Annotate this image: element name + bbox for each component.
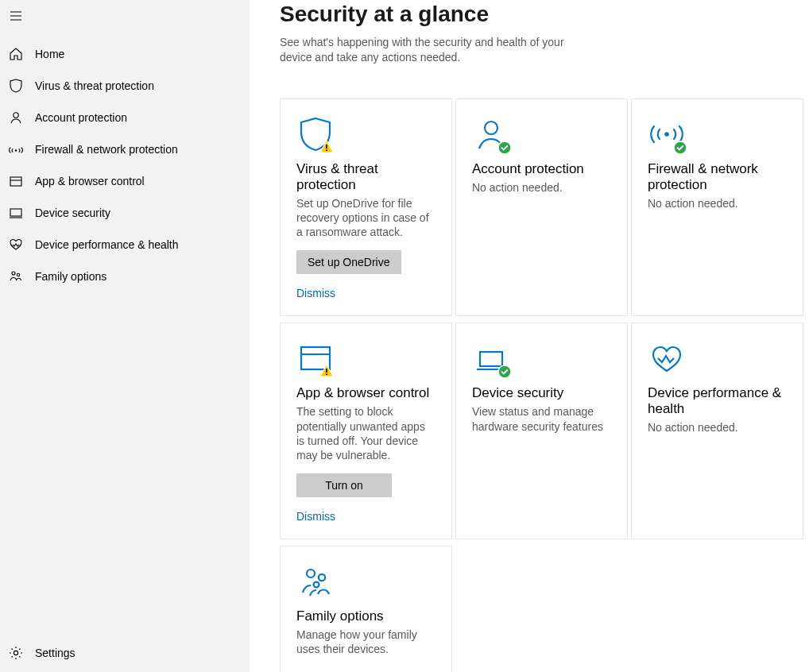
browser-icon: [6, 173, 25, 189]
family-icon: [296, 562, 335, 601]
device-icon: [6, 205, 25, 221]
sidebar-item-label: Firewall & network protection: [35, 143, 178, 156]
hamburger-menu-button[interactable]: [0, 3, 32, 29]
card-firewall[interactable]: Firewall & network protection No action …: [631, 98, 803, 317]
card-title: Virus & threat protection: [296, 161, 435, 193]
card-description: The setting to block potentially unwante…: [296, 404, 435, 462]
card-device-performance[interactable]: Device performance & health No action ne…: [631, 322, 803, 539]
person-icon: [472, 115, 510, 153]
card-account-protection[interactable]: Account protection No action needed.: [455, 98, 628, 317]
sidebar-item-label: Account protection: [35, 111, 127, 124]
card-title: App & browser control: [296, 385, 429, 401]
card-title: Device performance & health: [648, 385, 787, 417]
sidebar-item-settings[interactable]: Settings: [0, 637, 250, 669]
network-icon: [6, 141, 25, 157]
dismiss-link[interactable]: Dismiss: [296, 287, 335, 299]
hamburger-icon: [9, 9, 23, 23]
sidebar-item-label: App & browser control: [35, 175, 145, 187]
sidebar-item-label: Virus & threat protection: [35, 79, 154, 92]
heart-icon: [6, 237, 25, 253]
card-title: Family options: [296, 608, 384, 624]
sidebar-item-family[interactable]: Family options: [0, 261, 250, 292]
warning-badge-icon: [319, 363, 335, 379]
page-title: Security at a glance: [280, 2, 809, 27]
sidebar: Home Virus & threat protection Account p…: [0, 0, 250, 672]
shield-icon: [296, 115, 335, 153]
card-description: Set up OneDrive for file recovery option…: [296, 196, 435, 240]
sidebar-item-device-security[interactable]: Device security: [0, 197, 250, 229]
sidebar-item-label: Family options: [35, 270, 106, 283]
card-title: Account protection: [472, 161, 584, 177]
sidebar-item-performance[interactable]: Device performance & health: [0, 229, 250, 261]
card-description: Manage how your family uses their device…: [296, 628, 435, 656]
network-icon: [648, 115, 686, 153]
card-virus-threat[interactable]: Virus & threat protection Set up OneDriv…: [280, 98, 452, 317]
person-icon: [6, 110, 25, 126]
dismiss-link[interactable]: Dismiss: [296, 510, 335, 523]
sidebar-item-home[interactable]: Home: [0, 38, 250, 70]
setup-onedrive-button[interactable]: Set up OneDrive: [296, 250, 401, 274]
card-app-browser[interactable]: App & browser control The setting to blo…: [280, 322, 452, 539]
sidebar-item-virus-threat[interactable]: Virus & threat protection: [0, 70, 250, 102]
browser-icon: [296, 339, 335, 377]
sidebar-item-account-protection[interactable]: Account protection: [0, 102, 250, 133]
card-family-options[interactable]: Family options Manage how your family us…: [280, 546, 452, 672]
sidebar-item-label: Device security: [35, 207, 110, 219]
gear-icon: [6, 645, 25, 661]
family-icon: [6, 268, 25, 284]
card-description: No action needed.: [472, 180, 563, 195]
sidebar-item-firewall[interactable]: Firewall & network protection: [0, 133, 250, 165]
sidebar-item-label: Device performance & health: [35, 238, 179, 251]
heart-icon: [648, 339, 686, 377]
page-subtitle: See what's happening with the security a…: [280, 35, 582, 65]
shield-icon: [6, 78, 25, 94]
sidebar-item-label: Home: [35, 48, 64, 60]
cards-grid: Virus & threat protection Set up OneDriv…: [280, 98, 809, 672]
card-description: No action needed.: [648, 196, 738, 210]
turn-on-button[interactable]: Turn on: [296, 473, 392, 497]
nav-list: Home Virus & threat protection Account p…: [0, 38, 250, 292]
card-description: View status and manage hardware security…: [472, 404, 611, 433]
card-device-security[interactable]: Device security View status and manage h…: [455, 322, 628, 539]
ok-badge-icon: [673, 141, 687, 155]
card-title: Firewall & network protection: [648, 161, 787, 193]
warning-badge-icon: [319, 139, 335, 155]
ok-badge-icon: [497, 141, 512, 155]
sidebar-item-label: Settings: [35, 647, 75, 659]
device-icon: [472, 339, 510, 377]
card-description: No action needed.: [648, 420, 738, 434]
sidebar-item-app-browser[interactable]: App & browser control: [0, 165, 250, 197]
home-icon: [6, 46, 25, 62]
main-content: Security at a glance See what's happenin…: [250, 0, 809, 672]
card-title: Device security: [472, 385, 563, 401]
ok-badge-icon: [497, 365, 512, 379]
